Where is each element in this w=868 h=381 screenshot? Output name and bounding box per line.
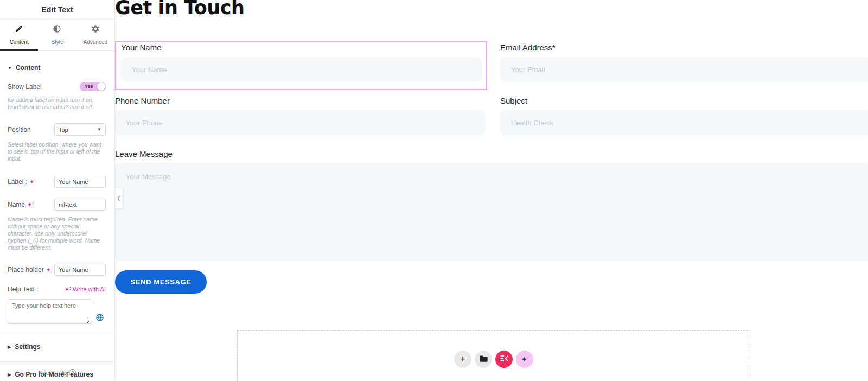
ai-sparkle-icon[interactable]: ✦ (46, 267, 53, 273)
folder-icon (480, 355, 488, 364)
help-textarea-row (0, 297, 114, 329)
toggle-value: Yes (85, 84, 93, 89)
empty-section-dropzone[interactable]: + ✦: (237, 330, 750, 381)
globe-icon[interactable] (95, 313, 104, 324)
ai-sparkle-icon: ✦ (65, 287, 71, 293)
name-input[interactable] (54, 199, 106, 211)
phone-field-label: Phone Number (115, 96, 170, 105)
show-label-toggle[interactable]: Yes (80, 82, 106, 91)
name-field-label: Your Name (121, 43, 162, 52)
elementskit-logo-icon (500, 355, 508, 364)
ai-builder-button[interactable]: ✦: (516, 351, 533, 368)
page-title: Get in Touch (115, 0, 244, 18)
name-field-input[interactable] (121, 57, 482, 82)
caret-right-icon: ▶ (8, 345, 11, 350)
send-message-button[interactable]: SEND MESSAGE (115, 270, 207, 294)
pencil-icon (0, 24, 38, 34)
ai-sparkle-icon[interactable]: ✦ (27, 202, 34, 208)
gear-icon (76, 24, 114, 34)
subject-field-label: Subject (500, 96, 527, 105)
tab-style-label: Style (51, 39, 63, 45)
position-row: Position Top ▼ (0, 119, 114, 139)
add-template-button[interactable] (475, 351, 492, 368)
plus-icon: + (460, 354, 466, 364)
tab-advanced-label: Advanced (84, 39, 107, 45)
chevron-down-icon: ▼ (97, 127, 101, 132)
ai-sparkle-icon: ✦: (521, 355, 528, 364)
position-select[interactable]: Top ▼ (54, 123, 106, 136)
panel-tabs: Content Style Advanced (0, 20, 114, 51)
position-hint: Select label position. where you want to… (0, 139, 114, 167)
name-field-label: Name ✦ (8, 201, 34, 208)
message-field-label: Leave Message (115, 149, 173, 158)
label-row: Label : ✦ (0, 172, 114, 192)
help-text-label: Help Text : (8, 285, 38, 293)
tab-style[interactable]: Style (38, 20, 76, 50)
placeholder-input[interactable] (54, 264, 106, 276)
tab-content[interactable]: Content (0, 20, 38, 50)
tab-advanced[interactable]: Advanced (76, 20, 114, 50)
elementskit-button[interactable] (495, 351, 513, 368)
placeholder-field-label: Place holder ✦ (8, 266, 53, 274)
position-value: Top (59, 126, 68, 133)
question-circle-icon: ? (69, 369, 76, 376)
placeholder-row: Place holder ✦ (0, 260, 114, 280)
settings-section-header[interactable]: ▶ Settings (0, 334, 114, 357)
add-section-button[interactable]: + (454, 351, 471, 368)
caret-down-icon: ▼ (8, 66, 12, 71)
ai-sparkle-icon[interactable]: ✦ (29, 179, 36, 185)
panel-collapse-handle[interactable]: ❮ (115, 187, 123, 209)
content-section-title: Content (16, 64, 40, 72)
label-field-label: Label : ✦ (8, 178, 36, 186)
help-text-textarea[interactable] (8, 299, 92, 324)
name-hint: Name is must required. Enter name withou… (0, 214, 114, 256)
write-with-ai-link[interactable]: ✦ Write with AI (65, 286, 106, 293)
editor-canvas: Get in Touch Your Name Email Address* Ph… (115, 0, 868, 381)
help-text-row: Help Text : ✦ Write with AI (0, 282, 114, 297)
position-label: Position (8, 126, 31, 134)
chevron-left-icon: ❮ (117, 195, 121, 201)
style-half-circle-icon (38, 24, 76, 34)
tab-content-label: Content (10, 39, 29, 45)
settings-title: Settings (15, 343, 40, 351)
label-input[interactable] (54, 176, 106, 188)
name-row: Name ✦ (0, 195, 114, 214)
elementor-edit-panel: Edit Text Content Style Advanced ▼ Conte… (0, 0, 115, 381)
show-label-row: Show Label Yes (0, 78, 114, 95)
show-label-label: Show Label (8, 83, 42, 91)
phone-field-input[interactable] (115, 110, 486, 135)
email-field-label: Email Address* (500, 43, 556, 52)
toggle-knob (97, 82, 105, 91)
content-section-header[interactable]: ▼ Content (0, 51, 114, 78)
show-label-hint: for adding label on input turn it on. Do… (0, 95, 114, 115)
subject-field-input[interactable] (500, 110, 868, 135)
add-element-buttons: + ✦: (454, 351, 533, 368)
panel-title: Edit Text (0, 0, 114, 20)
message-field-textarea[interactable] (115, 163, 868, 261)
email-field-input[interactable] (500, 57, 868, 82)
need-help-link[interactable]: Need Help ? (0, 369, 114, 376)
